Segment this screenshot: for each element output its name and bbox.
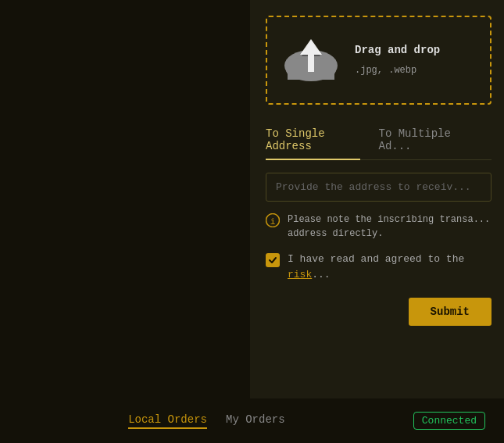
agreement-label: I have read and agreed to the risk...: [288, 252, 491, 282]
svg-text:i: i: [270, 217, 276, 227]
main-panel: Drag and drop .jpg, .webp To Single Addr…: [250, 0, 504, 398]
submit-button[interactable]: Submit: [409, 298, 491, 326]
tab-single-address[interactable]: To Single Address: [266, 121, 360, 160]
bottom-tabs: Local Orders My Orders: [19, 413, 395, 429]
tab-multiple-address[interactable]: To Multiple Ad...: [379, 121, 474, 160]
left-panel: [0, 0, 250, 398]
bottom-bar: Local Orders My Orders Connected: [0, 398, 504, 443]
connected-badge: Connected: [413, 412, 485, 430]
agreement-checkbox[interactable]: [266, 253, 280, 267]
drop-formats: .jpg, .webp: [355, 65, 416, 76]
info-box: i Please note the inscribing transa... a…: [266, 213, 491, 241]
info-icon: i: [266, 213, 280, 227]
bottom-tab-local-orders[interactable]: Local Orders: [128, 413, 207, 429]
address-input[interactable]: [266, 173, 491, 202]
bottom-tab-my-orders[interactable]: My Orders: [226, 413, 285, 429]
drop-text: Drag and drop .jpg, .webp: [355, 42, 440, 78]
address-tabs: To Single Address To Multiple Ad...: [266, 120, 491, 160]
agreement-label-end: ...: [312, 269, 330, 280]
info-text: Please note the inscribing transa... add…: [288, 213, 491, 241]
upload-cloud-icon: [280, 33, 342, 88]
risk-link[interactable]: risk: [288, 269, 312, 280]
agreement-row: I have read and agreed to the risk...: [266, 252, 491, 282]
agreement-label-start: I have read and agreed to the: [288, 253, 464, 265]
drop-title: Drag and drop: [355, 42, 440, 59]
drop-zone[interactable]: Drag and drop .jpg, .webp: [266, 16, 491, 105]
